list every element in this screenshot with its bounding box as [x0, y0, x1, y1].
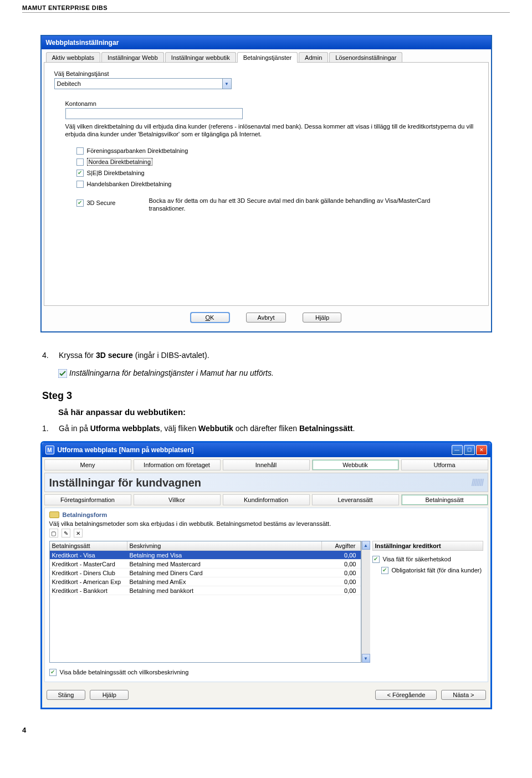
- table-cell: Betalning med Diners Card: [127, 570, 322, 576]
- bank-label: Nordea Direktbetalning: [87, 158, 153, 166]
- delete-icon[interactable]: ✕: [74, 529, 83, 538]
- table-cell: Betalning med Mastercard: [127, 561, 322, 567]
- payment-grid[interactable]: Betalningssätt Beskrivning Avgifter Kred…: [49, 541, 361, 663]
- tab-panel: Välj Betalningstjänst Debitech ▼ Kontona…: [44, 62, 489, 306]
- table-cell: Betalning med AmEx: [127, 579, 322, 585]
- toptab-meny[interactable]: Meny: [44, 459, 131, 470]
- table-cell: Kreditkort - Bankkort: [50, 587, 127, 594]
- right-checkbox[interactable]: [372, 556, 380, 563]
- kontonamn-input[interactable]: [65, 108, 243, 119]
- help-button[interactable]: Hjälp: [303, 313, 341, 323]
- tab-aktiv-webbplats[interactable]: Aktiv webbplats: [46, 52, 100, 63]
- subtab-villkor[interactable]: Villkor: [134, 494, 221, 505]
- settings-dialog: Webbplatsinställningar Aktiv webbplatsIn…: [40, 35, 492, 332]
- step3-heading: Steg 3: [42, 390, 510, 402]
- table-cell: 0,00: [322, 579, 361, 585]
- table-cell: 0,00: [322, 552, 361, 559]
- table-cell: 0,00: [322, 570, 361, 576]
- list-number: 4.: [42, 349, 53, 361]
- design-website-window: M Utforma webbplats [Namn på webbplatsen…: [40, 441, 492, 709]
- 3d-secure-label: 3D Secure: [87, 199, 116, 206]
- table-cell: Kreditkort - Diners Club: [50, 570, 127, 576]
- help-dialog-button[interactable]: Hjälp: [90, 690, 129, 700]
- payment-service-dropdown[interactable]: Debitech ▼: [54, 78, 232, 89]
- toptab-innehåll[interactable]: Innehåll: [223, 459, 310, 470]
- section-title: Inställningar för kundvagnen ///////: [44, 473, 488, 492]
- bank-label: S|E|B Direktbetalning: [87, 170, 145, 176]
- scrollbar[interactable]: ▲ ▼: [361, 541, 370, 663]
- right-check-label: Obligatoriskt fält (för dina kunder): [392, 567, 482, 574]
- table-cell: Kreditkort - Visa: [50, 552, 127, 559]
- card-icon: [49, 511, 59, 518]
- subtab-betalningssätt[interactable]: Betalningssätt: [401, 494, 488, 505]
- tab-lösenordsinställningar[interactable]: Lösenordsinställningar: [329, 52, 402, 63]
- list-number: 1.: [42, 422, 53, 434]
- close-dialog-button[interactable]: Stäng: [47, 690, 86, 700]
- toptab-webbutik[interactable]: Webbutik: [312, 459, 399, 470]
- maximize-button[interactable]: ☐: [464, 445, 475, 455]
- right-panel-header: Inställningar kreditkort: [372, 541, 483, 551]
- form-help: Välj vilka betalningsmetoder som ska erb…: [49, 520, 483, 527]
- tab-admin[interactable]: Admin: [299, 52, 328, 63]
- bank-checkbox[interactable]: [76, 147, 84, 155]
- bank-label: Föreningssparbanken Direktbetalning: [87, 147, 188, 154]
- table-cell: 0,00: [322, 561, 361, 567]
- subtab-leveranssätt[interactable]: Leveranssätt: [312, 494, 399, 505]
- table-row[interactable]: Kreditkort - MasterCardBetalning med Mas…: [50, 560, 361, 569]
- scroll-up-icon[interactable]: ▲: [362, 541, 370, 550]
- payment-service-label: Välj Betalningstjänst: [54, 70, 478, 77]
- decorative-lines-icon: ///////: [471, 477, 483, 489]
- toptab-information-om-företaget[interactable]: Information om företaget: [134, 459, 221, 470]
- right-checkbox[interactable]: [381, 567, 388, 574]
- table-cell: Betalning med Visa: [127, 552, 322, 559]
- check-icon: [58, 369, 67, 378]
- subtab-företagsinformation[interactable]: Företagsinformation: [44, 494, 131, 505]
- window-titlebar: M Utforma webbplats [Namn på webbplatsen…: [42, 443, 490, 457]
- note-paragraph: Inställningarna för betalningstjänster i…: [58, 367, 510, 379]
- right-check-label: Visa fält för säkerhetskod: [383, 556, 451, 562]
- 3d-secure-checkbox[interactable]: [76, 199, 84, 207]
- window-title: Utforma webbplats [Namn på webbplatsen]: [58, 446, 194, 454]
- tabstrip: Aktiv webbplatsInställningar WebbInställ…: [44, 52, 489, 62]
- scroll-down-icon[interactable]: ▼: [362, 654, 370, 663]
- chevron-down-icon[interactable]: ▼: [222, 79, 231, 89]
- step3-subheading: Så här anpassar du webbutiken:: [58, 407, 510, 417]
- table-cell: 0,00: [322, 587, 361, 594]
- table-row[interactable]: Kreditkort - VisaBetalning med Visa0,00: [50, 551, 361, 560]
- edit-icon[interactable]: ✎: [62, 529, 70, 538]
- cancel-button[interactable]: Avbryt: [246, 313, 287, 323]
- grid-header[interactable]: Betalningssätt: [50, 541, 127, 550]
- bank-checkbox[interactable]: [76, 158, 84, 166]
- tab-betalningstjänster[interactable]: Betalningstjänster: [237, 52, 298, 63]
- table-cell: Kreditkort - American Exp: [50, 579, 127, 585]
- grid-header[interactable]: Avgifter: [322, 541, 361, 550]
- show-both-label: Visa både betalningssätt och villkorsbes…: [60, 669, 189, 675]
- tab-inställningar-webb[interactable]: Inställningar Webb: [101, 52, 164, 63]
- close-button[interactable]: ✕: [476, 445, 487, 455]
- bank-checkbox[interactable]: [76, 181, 84, 188]
- subtab-kundinformation[interactable]: Kundinformation: [223, 494, 310, 505]
- table-row[interactable]: Kreditkort - BankkortBetalning med bankk…: [50, 586, 361, 595]
- new-icon[interactable]: ▢: [49, 529, 58, 538]
- 3d-secure-note: Bocka av för detta om du har ett 3D Secu…: [149, 197, 448, 212]
- bank-checkbox[interactable]: [76, 170, 84, 177]
- dropdown-value: Debitech: [55, 80, 222, 87]
- table-row[interactable]: Kreditkort - American ExpBetalning med A…: [50, 577, 361, 586]
- table-cell: Kreditkort - MasterCard: [50, 561, 127, 567]
- page-number: 4: [22, 709, 510, 734]
- prev-button[interactable]: < Föregående: [375, 690, 437, 700]
- tab-inställningar-webbutik[interactable]: Inställningar webbutik: [165, 52, 236, 63]
- toptab-utforma[interactable]: Utforma: [401, 459, 488, 470]
- ok-button[interactable]: OK: [191, 313, 229, 323]
- table-row[interactable]: Kreditkort - Diners ClubBetalning med Di…: [50, 569, 361, 577]
- doc-header: MAMUT ENTERPRISE DIBS: [22, 0, 510, 13]
- show-both-checkbox[interactable]: [49, 669, 57, 676]
- app-icon: M: [45, 446, 54, 454]
- form-title: Betalningsform: [63, 511, 108, 518]
- next-button[interactable]: Nästa >: [441, 690, 485, 700]
- grid-header[interactable]: Beskrivning: [127, 541, 322, 550]
- help-text: Välj vilken direktbetalning du vill erbj…: [65, 122, 478, 138]
- minimize-button[interactable]: —: [452, 445, 463, 455]
- table-cell: Betalning med bankkort: [127, 587, 322, 594]
- payment-form-section: Betalningsform Välj vilka betalningsmeto…: [44, 508, 488, 682]
